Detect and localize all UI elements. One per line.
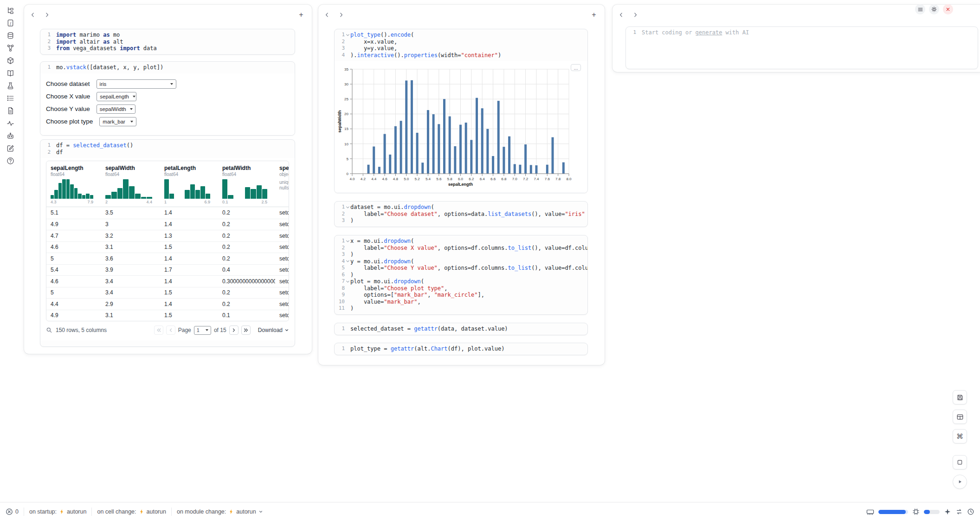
documentation-icon[interactable] xyxy=(4,67,16,78)
last-page-button[interactable] xyxy=(241,326,251,335)
code-line: ) xyxy=(350,217,354,224)
snippets-icon[interactable] xyxy=(4,80,16,91)
column-header-petalWidth[interactable]: petalWidthfloat640.12.5 xyxy=(218,165,275,204)
cell-vstack: 1mo.vstack([dataset, x, y, plot]) Choose… xyxy=(40,61,295,136)
command-icon: ⌘ xyxy=(956,432,963,441)
chart-output[interactable]: ... 4.04.24.44.64.85.05.25.45.65.86.06.2… xyxy=(335,61,587,193)
choose-plot-type-select[interactable]: mark_bar xyxy=(99,117,136,126)
run-all-button[interactable] xyxy=(953,475,967,489)
ai-assistant-icon[interactable] xyxy=(944,508,951,515)
code-line: label="Choose dataset", options=data.lis… xyxy=(350,211,585,218)
column-header-species[interactable]: speciesobjectunique:nulls: xyxy=(275,165,289,204)
choose-x-select[interactable]: sepalLength xyxy=(97,92,136,101)
choose-y-select[interactable]: sepalWidth xyxy=(97,104,135,114)
outline-icon[interactable] xyxy=(4,92,16,104)
column-header-sepalLength[interactable]: sepalLengthfloat644.37.9 xyxy=(46,165,101,204)
svg-text:sepalLength: sepalLength xyxy=(448,182,473,187)
fold-caret-icon[interactable] xyxy=(345,278,350,285)
add-cell-button[interactable]: + xyxy=(589,10,599,20)
errors-indicator[interactable]: 0 xyxy=(6,508,19,515)
scratchpad-icon[interactable] xyxy=(4,143,16,154)
code-line: plot_type = getattr(alt.Chart(df), plot.… xyxy=(350,345,504,352)
layout-select-button[interactable] xyxy=(953,410,967,424)
code-editor[interactable]: 1df = selected_dataset()2df xyxy=(40,140,295,158)
chevron-right-icon xyxy=(632,12,638,18)
chevron-down-icon xyxy=(133,96,135,98)
code-line: dataset = mo.ui.dropdown( xyxy=(350,204,434,211)
cpu-icon[interactable] xyxy=(912,508,920,515)
cell-imports: 1import marimo as mo2import altair as al… xyxy=(40,29,295,55)
code-editor[interactable]: 1plot_type().encode(2 x=x.value,3 y=y.va… xyxy=(335,29,587,61)
circle-x-icon xyxy=(6,508,13,515)
prev-page-button[interactable] xyxy=(166,326,175,335)
choose-dataset-select[interactable]: iris xyxy=(97,79,176,89)
chevron-down-icon xyxy=(206,329,208,331)
dataframe-table: sepalLengthfloat644.37.9sepalWidthfloat6… xyxy=(46,161,289,321)
column-header-petalLength[interactable]: petalLengthfloat6416.9 xyxy=(160,165,218,204)
ai-chat-icon[interactable] xyxy=(4,130,16,141)
add-cell-button[interactable]: + xyxy=(296,10,306,20)
files-icon[interactable] xyxy=(4,5,16,16)
line-number: 2 xyxy=(43,149,51,156)
logs-icon[interactable] xyxy=(4,105,16,116)
autorun-setting[interactable]: on cell change:autorun xyxy=(97,508,166,515)
code-editor[interactable]: 1plot_type = getattr(alt.Chart(df), plot… xyxy=(335,343,587,355)
code-line: df = selected_dataset() xyxy=(56,142,133,149)
fold-caret-icon[interactable] xyxy=(345,204,350,211)
column-header-sepalWidth[interactable]: sepalWidthfloat6424.4 xyxy=(101,165,160,204)
packages-icon[interactable] xyxy=(4,55,16,66)
column-histogram xyxy=(105,179,152,199)
chevron-right-icon xyxy=(44,12,50,18)
autorun-settings: on startup:autorunon cell change:autorun… xyxy=(19,508,263,516)
help-icon[interactable] xyxy=(4,155,16,166)
marimo-file-icon[interactable]: f xyxy=(4,17,16,28)
search-icon[interactable] xyxy=(46,327,52,333)
dependency-graph-icon[interactable] xyxy=(4,42,16,53)
tracebacks-icon[interactable] xyxy=(4,117,16,129)
first-page-button[interactable] xyxy=(154,326,163,335)
code-editor[interactable]: 1x = mo.ui.dropdown(2 label="Choose X va… xyxy=(335,235,587,314)
column-collapse-right-button[interactable] xyxy=(42,10,52,20)
line-number: 1 xyxy=(43,32,51,39)
shutdown-button[interactable] xyxy=(943,4,953,14)
page-number-select[interactable]: 1 xyxy=(194,326,211,335)
column-stats: unique:nulls: xyxy=(279,180,289,191)
column-collapse-left-button[interactable] xyxy=(28,10,38,20)
bar-chart: 4.04.24.44.64.85.05.25.45.65.86.06.26.46… xyxy=(335,64,587,189)
generate-with-ai-link[interactable]: generate xyxy=(696,29,722,36)
column-collapse-right-button[interactable] xyxy=(630,10,640,20)
square-icon xyxy=(956,459,963,466)
memory-icon[interactable] xyxy=(866,508,874,516)
code-editor[interactable]: 1selected_dataset = getattr(data, datase… xyxy=(335,323,587,335)
table-row: 4.63.11.50.2setosa xyxy=(46,241,289,253)
next-page-button[interactable] xyxy=(229,326,239,335)
keyboard-shortcuts-button[interactable]: ⌘ xyxy=(953,429,967,443)
notebook-menu-button[interactable] xyxy=(915,4,925,14)
connection-icon[interactable] xyxy=(955,508,963,515)
code-editor[interactable]: 1 Start coding or generate with AI xyxy=(626,27,978,39)
fold-caret-icon[interactable] xyxy=(345,258,350,265)
column-collapse-left-button[interactable] xyxy=(616,10,626,20)
chart-menu-button[interactable]: ... xyxy=(571,64,581,71)
download-button[interactable]: Download xyxy=(258,327,289,333)
save-notebook-button[interactable] xyxy=(953,390,967,404)
column-collapse-right-button[interactable] xyxy=(336,10,346,20)
gutter-spacer xyxy=(345,52,350,59)
svg-text:8.0: 8.0 xyxy=(566,177,572,181)
settings-button[interactable] xyxy=(929,4,939,14)
scratchpad-panel-button[interactable] xyxy=(953,455,967,469)
code-editor[interactable]: 1dataset = mo.ui.dropdown(2 label="Choos… xyxy=(335,202,587,227)
fold-caret-icon[interactable] xyxy=(345,32,350,39)
fold-caret-icon[interactable] xyxy=(345,238,350,245)
code-editor[interactable]: 1mo.vstack([dataset, x, y, plot]) xyxy=(40,62,295,73)
code-line: label="Choose X value", options=df.colum… xyxy=(350,245,588,252)
code-editor[interactable]: 1import marimo as mo2import altair as al… xyxy=(40,29,295,54)
code-line: plot_type().encode( xyxy=(350,32,414,39)
autorun-setting[interactable]: on module change:autorun xyxy=(177,508,263,515)
table-row: 4.63.41.40.30000000000000004setosa xyxy=(46,275,289,287)
autorun-setting[interactable]: on startup:autorun xyxy=(29,508,86,515)
chevrons-right-icon xyxy=(243,327,249,333)
datasources-icon[interactable] xyxy=(4,30,16,41)
column-collapse-left-button[interactable] xyxy=(322,10,332,20)
runtime-clock-icon[interactable] xyxy=(967,508,974,515)
